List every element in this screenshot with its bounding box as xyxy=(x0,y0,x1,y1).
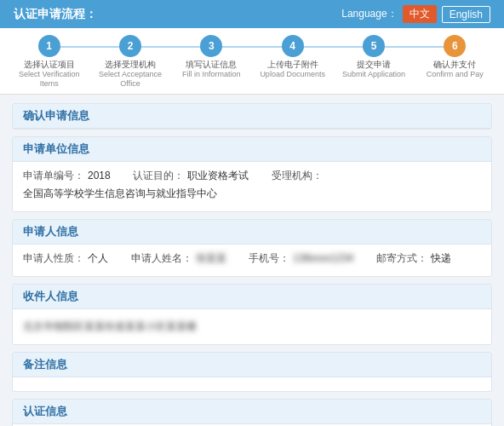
lang-en-button[interactable]: English xyxy=(442,6,490,23)
order-value: 2018 xyxy=(88,170,111,181)
step-circle-1: 1 xyxy=(38,35,60,57)
apply-unit-title: 申请单位信息 xyxy=(13,137,491,162)
step-label-en-5: Submit Application xyxy=(342,70,405,79)
step-item-3: 3填写认证信息Fill in Information xyxy=(171,35,252,79)
step-circle-5: 5 xyxy=(363,35,385,57)
recipient-address-text: 北京市朝阳区某某街道某某小区某某楼 xyxy=(23,320,197,334)
step-label-cn-1: 选择认证项目 xyxy=(24,59,75,70)
recipient-title: 收件人信息 xyxy=(13,285,491,309)
order-label: 申请单编号： xyxy=(23,169,84,183)
step-circle-3: 3 xyxy=(200,35,222,57)
name-value: 张某某 xyxy=(196,251,226,266)
step-label-cn-4: 上传电子附件 xyxy=(267,59,318,70)
language-label: Language： xyxy=(341,7,397,21)
step-label-en-4: Upload Documents xyxy=(260,70,325,79)
org-value: 全国高等学校学生信息咨询与就业指导中心 xyxy=(23,187,217,201)
apply-unit-body: 申请单编号： 2018 认证目的： 职业资格考试 受理机构： 全国高等学校学生信… xyxy=(13,162,491,211)
nature-label: 申请人性质： xyxy=(23,251,84,266)
step-item-2: 2选择受理机构Select Acceptance Office xyxy=(89,35,170,89)
page-title: 认证申请流程： xyxy=(14,7,97,22)
recipient-section: 收件人信息 北京市朝阳区某某街道某某小区某某楼 xyxy=(12,284,492,345)
main-content: 确认申请信息 申请单位信息 申请单编号： 2018 认证目的： 职业资格考试 受… xyxy=(0,95,504,426)
apply-person-section: 申请人信息 申请人性质： 个人 申请人姓名： 张某某 手机号： 138xxxx1… xyxy=(12,219,492,277)
cert-info-section: 认证信息 认证项目 认证概要 单价 份数 小计 高等学历认证 某某大学本科 xyxy=(12,399,492,426)
lang-zh-button[interactable]: 中文 xyxy=(403,5,437,23)
step-label-en-2: Select Acceptance Office xyxy=(89,70,170,89)
apply-person-body: 申请人性质： 个人 申请人姓名： 张某某 手机号： 138xxxx1234 邮寄… xyxy=(13,245,491,276)
apply-person-title: 申请人信息 xyxy=(13,220,491,245)
phone-label: 手机号： xyxy=(249,251,289,266)
steps-bar: 1选择认证项目Select Verification Items2选择受理机构S… xyxy=(0,28,504,95)
remarks-section: 备注信息 xyxy=(12,352,492,392)
apply-unit-section: 申请单位信息 申请单编号： 2018 认证目的： 职业资格考试 受理机构： 全国… xyxy=(12,136,492,212)
address-value: 快递 xyxy=(431,251,451,266)
cert-purpose-value: 职业资格考试 xyxy=(187,169,249,183)
name-label: 申请人姓名： xyxy=(131,251,192,266)
top-bar: 认证申请流程： Language： 中文 English xyxy=(0,0,504,28)
language-section: Language： 中文 English xyxy=(341,5,490,23)
apply-person-row1: 申请人性质： 个人 申请人姓名： 张某某 手机号： 138xxxx1234 邮寄… xyxy=(23,251,481,266)
recipient-body: 北京市朝阳区某某街道某某小区某某楼 xyxy=(13,309,491,344)
apply-unit-row1: 申请单编号： 2018 认证目的： 职业资格考试 受理机构： 全国高等学校学生信… xyxy=(23,169,481,201)
step-label-en-3: Fill in Information xyxy=(182,70,241,79)
step-circle-6: 6 xyxy=(444,35,466,57)
cert-purpose-label: 认证目的： xyxy=(133,169,184,183)
step-label-cn-5: 提交申请 xyxy=(357,59,391,70)
cert-info-title: 认证信息 xyxy=(13,400,491,424)
step-item-1: 1选择认证项目Select Verification Items xyxy=(9,35,89,89)
step-label-cn-2: 选择受理机构 xyxy=(105,59,156,70)
address-label: 邮寄方式： xyxy=(376,251,427,266)
nature-value: 个人 xyxy=(88,251,108,266)
phone-value: 138xxxx1234 xyxy=(293,252,353,264)
confirm-section: 确认申请信息 xyxy=(12,103,492,130)
step-item-5: 5提交申请Submit Application xyxy=(333,35,414,79)
step-label-en-1: Select Verification Items xyxy=(9,70,89,89)
confirm-section-title: 确认申请信息 xyxy=(13,104,491,129)
org-label: 受理机构： xyxy=(272,169,323,183)
remarks-title: 备注信息 xyxy=(13,353,491,377)
step-label-cn-6: 确认并支付 xyxy=(433,59,476,70)
recipient-address: 北京市朝阳区某某街道某某小区某某楼 xyxy=(23,316,481,337)
steps-container: 1选择认证项目Select Verification Items2选择受理机构S… xyxy=(9,35,495,89)
step-label-en-6: Confirm and Pay xyxy=(427,70,484,79)
remarks-body xyxy=(13,377,491,391)
step-circle-4: 4 xyxy=(282,35,304,57)
step-item-6: 6确认并支付Confirm and Pay xyxy=(415,35,495,79)
step-label-cn-3: 填写认证信息 xyxy=(186,59,237,70)
step-circle-2: 2 xyxy=(119,35,141,57)
step-item-4: 4上传电子附件Upload Documents xyxy=(252,35,333,79)
